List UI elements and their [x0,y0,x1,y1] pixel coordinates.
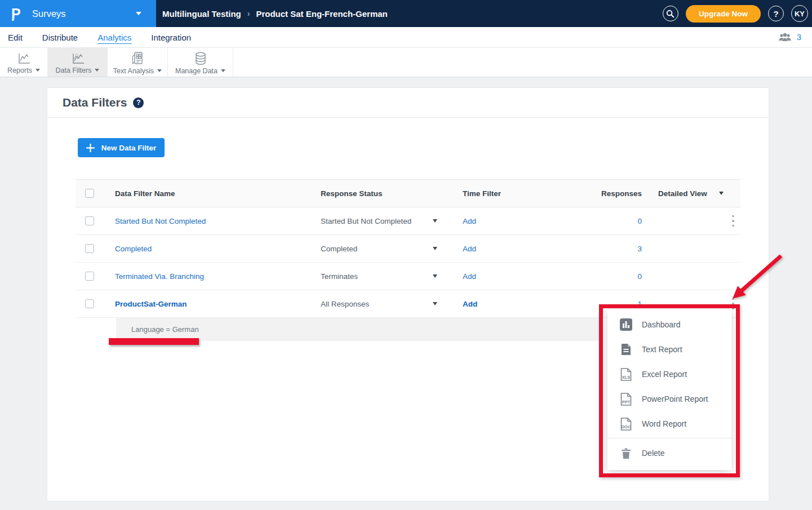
select-all-checkbox[interactable] [85,189,94,198]
chevron-down-icon [221,69,225,72]
survey-section-nav: Edit Distribute Analytics Integration 3 [0,27,812,48]
tab-edit[interactable]: Edit [8,33,23,42]
header-time-filter: Time Filter [463,189,570,198]
page-help-icon[interactable]: ? [133,97,144,108]
row-checkbox[interactable] [85,216,94,225]
search-icon [666,10,675,18]
chevron-down-icon [136,12,141,15]
menu-item-label: PowerPoint Report [642,394,708,403]
ppt-file-icon: PPT [619,393,632,406]
line-chart-icon [70,52,85,65]
menu-item-text-report[interactable]: Text Report [607,337,731,362]
menu-divider [607,438,731,438]
svg-text:PPT: PPT [622,400,630,405]
header-responses: Responses [570,189,642,198]
tab-distribute[interactable]: Distribute [42,33,78,42]
row-actions-kebab-icon[interactable] [727,213,739,229]
product-switcher[interactable]: P Surveys [0,0,156,27]
topbar-actions: Upgrade Now ? KY [663,5,812,23]
product-name: Surveys [32,8,66,19]
breadcrumb-separator: › [247,9,250,18]
row-checkbox[interactable] [85,299,94,308]
time-filter-add-link[interactable]: Add [463,217,476,225]
responses-count[interactable]: 3 [637,245,642,253]
detailed-view-label: Detailed View [658,189,707,198]
menu-item-label: Excel Report [642,370,687,379]
toolbar-reports-label: Reports [7,66,32,74]
time-filter-add-link[interactable]: Add [463,272,476,281]
page-title: Data Filters [63,96,127,109]
row-checkbox[interactable] [85,244,94,253]
toolbar-manage-data-label: Manage Data [175,67,218,75]
table-row: Completed Completed Add 3 [76,235,740,263]
toolbar-data-filters[interactable]: Data Filters [48,48,108,77]
svg-text:DOC: DOC [621,424,631,429]
collaborators[interactable]: 3 [778,33,812,42]
chevron-down-icon [433,219,437,223]
toolbar-data-filters-label: Data Filters [56,66,92,74]
filter-condition: Language = German [116,318,600,341]
chevron-down-icon [95,69,99,72]
response-status-value: Started But Not Completed [321,217,411,225]
table-header-row: Data Filter Name Response Status Time Fi… [76,179,740,207]
breadcrumb-survey[interactable]: Product Sat Eng-French-German [256,9,387,19]
responses-count[interactable]: 0 [637,217,642,225]
upgrade-now-button[interactable]: Upgrade Now [686,5,761,23]
response-status-dropdown[interactable]: Started But Not Completed [321,217,463,225]
svg-text:XLS: XLS [622,375,630,380]
new-data-filter-label: New Data Filter [101,144,157,152]
menu-item-powerpoint-report[interactable]: PPT PowerPoint Report [607,387,731,411]
questionpro-logo: P [11,5,26,22]
response-status-dropdown[interactable]: Completed [321,245,463,253]
responses-count[interactable]: 1 [637,300,642,308]
menu-item-dashboard[interactable]: Dashboard [607,312,731,337]
header-data-filter-name: Data Filter Name [115,189,321,198]
time-filter-add-link[interactable]: Add [463,245,476,253]
menu-item-label: Dashboard [642,320,681,329]
toolbar-text-analysis[interactable]: Text Analysis [108,48,168,77]
logo-dot [12,19,14,21]
response-status-value: All Responses [321,300,369,308]
response-status-value: Terminates [321,272,358,281]
menu-item-delete[interactable]: Delete [607,440,731,467]
menu-item-word-report[interactable]: DOC Word Report [607,411,731,436]
response-status-dropdown[interactable]: All Responses [321,300,463,308]
filter-name-link[interactable]: Terminated Via. Branching [115,272,204,281]
filter-name-link[interactable]: ProductSat-German [115,300,187,308]
table-row: Started But Not Completed Started But No… [76,207,740,235]
panel-header: Data Filters ? [47,88,769,118]
plus-icon [86,144,95,152]
row-checkbox[interactable] [85,272,94,281]
xls-file-icon: XLS [619,368,632,381]
tab-analytics[interactable]: Analytics [97,33,131,42]
search-button[interactable] [663,6,678,21]
menu-item-excel-report[interactable]: XLS Excel Report [607,362,731,387]
table-row: Terminated Via. Branching Terminates Add… [76,263,740,290]
time-filter-add-link[interactable]: Add [463,300,477,308]
help-button[interactable]: ? [768,6,784,21]
responses-count[interactable]: 0 [637,272,642,281]
response-status-dropdown[interactable]: Terminates [321,272,463,281]
filter-name-link[interactable]: Started But Not Completed [115,217,206,225]
top-navbar: P Surveys Multilingual Testing › Product… [0,0,812,27]
header-response-status: Response Status [321,189,463,198]
line-chart-icon [16,52,31,65]
response-status-value: Completed [321,245,357,253]
dashboard-icon [619,318,632,331]
breadcrumb-folder[interactable]: Multilingual Testing [162,9,241,19]
collaborators-count[interactable]: 3 [797,33,801,42]
menu-item-label: Word Report [642,419,686,428]
toolbar-reports[interactable]: Reports [0,48,48,77]
analytics-toolbar: Reports Data Filters Text Analysis [0,48,812,77]
detailed-view-dropdown[interactable]: Detailed View [642,189,726,198]
toolbar-text-analysis-label: Text Analysis [113,67,154,75]
toolbar-manage-data[interactable]: Manage Data [168,48,233,77]
tab-integration[interactable]: Integration [151,33,191,42]
user-avatar[interactable]: KY [791,5,808,22]
new-data-filter-button[interactable]: New Data Filter [78,138,165,157]
row-actions-menu: Dashboard Text Report XLS Excel Report [607,309,731,470]
section-tabs: Edit Distribute Analytics Integration [8,33,191,42]
chevron-down-icon [433,302,437,305]
chevron-down-icon [719,192,724,195]
filter-name-link[interactable]: Completed [115,245,152,253]
